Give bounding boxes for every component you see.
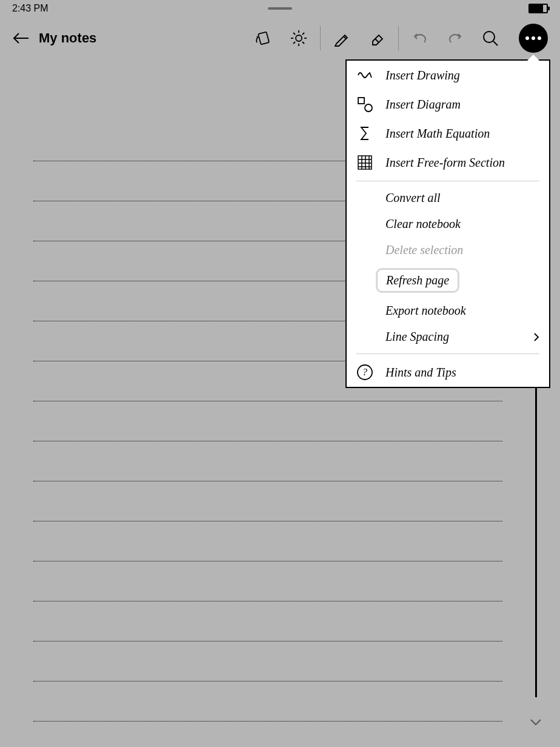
freeform-icon xyxy=(356,154,373,171)
menu-label: Line Spacing xyxy=(385,330,449,344)
menu-refresh-page[interactable]: Refresh page xyxy=(347,263,549,298)
chevron-right-icon xyxy=(533,332,539,342)
menu-label: Delete selection xyxy=(385,243,463,257)
svg-point-16 xyxy=(365,104,372,112)
menu-label: Refresh page xyxy=(377,269,458,292)
menu-divider xyxy=(356,181,539,181)
menu-insert-freeform[interactable]: Insert Free-form Section xyxy=(347,148,549,177)
menu-hints-tips[interactable]: ? Hints and Tips xyxy=(347,358,549,387)
menu-label: Export notebook xyxy=(385,304,466,318)
drawing-icon xyxy=(356,67,373,84)
help-icon: ? xyxy=(356,364,373,381)
menu-label: Insert Free-form Section xyxy=(385,156,505,170)
menu-label: Clear notebook xyxy=(385,217,461,231)
diagram-icon xyxy=(356,96,373,113)
menu-convert-all[interactable]: Convert all xyxy=(347,185,549,211)
menu-insert-math[interactable]: Insert Math Equation xyxy=(347,119,549,148)
menu-line-spacing[interactable]: Line Spacing xyxy=(347,324,549,350)
menu-export-notebook[interactable]: Export notebook xyxy=(347,298,549,324)
menu-clear-notebook[interactable]: Clear notebook xyxy=(347,211,549,237)
menu-delete-selection: Delete selection xyxy=(347,237,549,263)
more-menu: Insert Drawing Insert Diagram Insert Mat… xyxy=(345,59,550,388)
menu-divider xyxy=(356,353,539,354)
menu-label: Insert Drawing xyxy=(385,69,460,82)
menu-label: Insert Diagram xyxy=(385,98,461,112)
svg-text:?: ? xyxy=(362,367,367,377)
svg-rect-15 xyxy=(358,98,364,104)
menu-insert-drawing[interactable]: Insert Drawing xyxy=(347,61,549,90)
menu-label: Hints and Tips xyxy=(385,366,456,380)
menu-label: Insert Math Equation xyxy=(385,127,490,141)
menu-insert-diagram[interactable]: Insert Diagram xyxy=(347,90,549,119)
menu-label: Convert all xyxy=(385,191,441,205)
math-icon xyxy=(356,125,373,142)
